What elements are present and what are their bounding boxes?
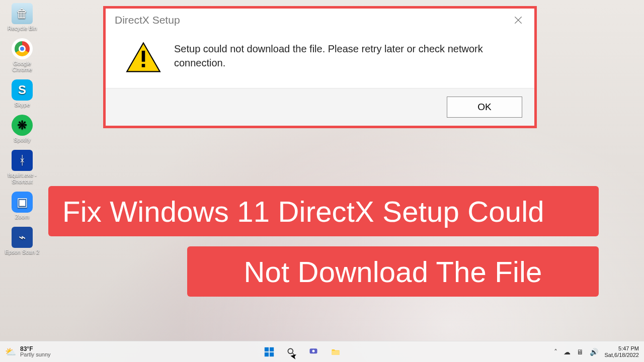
svg-rect-5 bbox=[265, 347, 269, 351]
search-icon bbox=[286, 347, 296, 357]
svg-rect-7 bbox=[265, 352, 269, 356]
weather-description: Partly sunny bbox=[20, 352, 51, 357]
taskbar-search-button[interactable] bbox=[285, 345, 298, 358]
desktop-icon-label: Recycle Bin bbox=[8, 25, 37, 31]
clock-date: Sat,6/18/2022 bbox=[604, 352, 639, 358]
desktop-icon-spotify[interactable]: ❋ Spotify bbox=[4, 115, 40, 143]
desktop-icon-label: Epson Scan 2 bbox=[5, 249, 40, 255]
close-button[interactable] bbox=[508, 10, 528, 30]
desktop-icon-recycle-bin[interactable]: 🗑 Recycle Bin bbox=[4, 3, 40, 31]
taskbar-chat-button[interactable] bbox=[307, 345, 320, 358]
dialog-title: DirectX Setup bbox=[115, 14, 180, 26]
dialog-message: Setup could not download the file. Pleas… bbox=[174, 42, 486, 70]
tray-onedrive-icon[interactable]: ☁ bbox=[564, 348, 571, 356]
taskbar-weather-widget[interactable]: ⛅ 83°F Partly sunny bbox=[5, 346, 51, 357]
desktop-icon-skype[interactable]: S Skype bbox=[4, 79, 40, 108]
directx-setup-dialog: DirectX Setup Setup could not download t… bbox=[106, 9, 534, 126]
video-caption-line-1: Fix Windows 11 DirectX Setup Could bbox=[48, 186, 599, 236]
taskbar-file-explorer-button[interactable] bbox=[329, 345, 342, 358]
desktop-icon-label: Spotify bbox=[14, 137, 31, 143]
ok-button[interactable]: OK bbox=[447, 97, 522, 118]
bluetooth-icon: ᚼ bbox=[12, 150, 33, 171]
svg-rect-6 bbox=[270, 347, 274, 351]
chat-icon bbox=[308, 347, 318, 357]
folder-icon bbox=[331, 347, 341, 357]
tray-chevron-up-icon[interactable]: ˄ bbox=[554, 348, 557, 356]
dialog-titlebar[interactable]: DirectX Setup bbox=[106, 9, 534, 32]
svg-point-9 bbox=[288, 348, 293, 353]
desktop-icons-column: 🗑 Recycle Bin Google Chrome S Skype ❋ Sp… bbox=[4, 3, 40, 255]
tray-network-icon[interactable]: 🖥 bbox=[577, 348, 584, 356]
svg-rect-4 bbox=[142, 64, 145, 67]
weather-icon: ⛅ bbox=[5, 346, 16, 357]
dialog-highlight-frame: DirectX Setup Setup could not download t… bbox=[103, 6, 537, 128]
taskbar: ⛅ 83°F Partly sunny bbox=[0, 341, 644, 362]
start-button[interactable] bbox=[263, 345, 276, 358]
desktop-icon-epson-scan[interactable]: ⌁ Epson Scan 2 bbox=[4, 227, 40, 255]
tray-volume-icon[interactable]: 🔊 bbox=[590, 348, 598, 356]
desktop-icon-label: Zoom bbox=[15, 214, 29, 220]
desktop-icon-label: fsquirt.exe - Shortcut bbox=[4, 172, 40, 184]
svg-rect-13 bbox=[332, 350, 340, 354]
svg-rect-8 bbox=[270, 352, 274, 356]
desktop-icon-zoom[interactable]: ▣ Zoom bbox=[4, 192, 40, 220]
dialog-action-bar: OK bbox=[106, 88, 534, 126]
skype-icon: S bbox=[12, 79, 33, 101]
desktop-icon-label: Skype bbox=[15, 102, 30, 108]
clock-time: 5:47 PM bbox=[618, 345, 639, 351]
chrome-icon bbox=[12, 38, 33, 59]
close-icon bbox=[513, 15, 523, 25]
spotify-icon: ❋ bbox=[12, 115, 33, 136]
recycle-bin-icon: 🗑 bbox=[12, 3, 33, 24]
zoom-icon: ▣ bbox=[12, 192, 33, 213]
warning-icon bbox=[126, 42, 161, 73]
desktop-icon-google-chrome[interactable]: Google Chrome bbox=[4, 38, 40, 72]
taskbar-system-tray: ˄ ☁ 🖥 🔊 5:47 PM Sat,6/18/2022 bbox=[554, 345, 639, 357]
svg-point-12 bbox=[312, 349, 315, 352]
taskbar-center bbox=[263, 345, 342, 358]
taskbar-clock[interactable]: 5:47 PM Sat,6/18/2022 bbox=[604, 345, 639, 357]
video-caption-line-2: Not Download The File bbox=[187, 246, 599, 297]
desktop-icon-fsquirt[interactable]: ᚼ fsquirt.exe - Shortcut bbox=[4, 150, 40, 184]
windows-logo-icon bbox=[264, 346, 275, 357]
svg-line-10 bbox=[293, 353, 295, 355]
svg-rect-3 bbox=[142, 51, 145, 62]
desktop-icon-label: Google Chrome bbox=[4, 60, 40, 72]
scanner-icon: ⌁ bbox=[12, 227, 33, 248]
